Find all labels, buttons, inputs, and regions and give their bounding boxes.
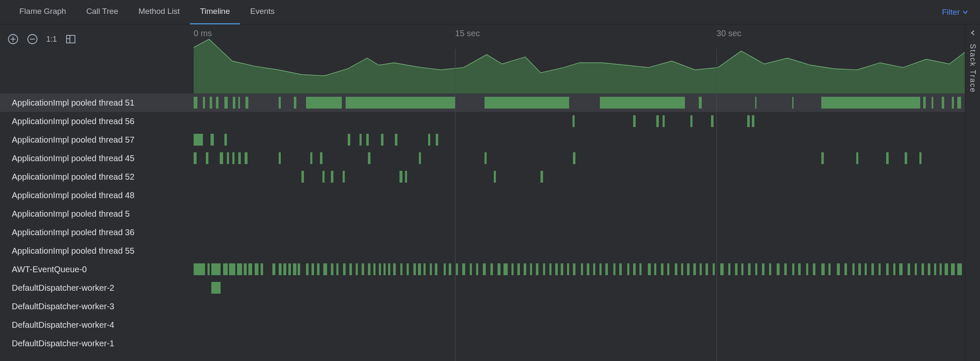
activity-segment[interactable] [871, 263, 873, 275]
activity-segment[interactable] [470, 263, 472, 275]
activity-segment[interactable] [792, 263, 794, 275]
activity-segment[interactable] [952, 97, 954, 109]
activity-segment[interactable] [237, 263, 242, 275]
activity-segment[interactable] [227, 152, 229, 164]
activity-segment[interactable] [388, 263, 390, 275]
activity-segment[interactable] [700, 263, 702, 275]
thread-row[interactable]: DefaultDispatcher-worker-4 [0, 316, 965, 334]
activity-segment[interactable] [942, 97, 944, 109]
activity-segment[interactable] [485, 152, 487, 164]
thread-lane[interactable] [194, 337, 965, 350]
activity-segment[interactable] [777, 263, 780, 275]
activity-segment[interactable] [821, 152, 823, 164]
thread-lane[interactable] [194, 263, 965, 276]
activity-segment[interactable] [752, 115, 754, 127]
activity-segment[interactable] [349, 263, 352, 275]
activity-segment[interactable] [362, 263, 364, 275]
activity-segment[interactable] [813, 263, 815, 275]
activity-segment[interactable] [238, 152, 240, 164]
activity-segment[interactable] [320, 152, 322, 164]
activity-segment[interactable] [428, 134, 430, 146]
thread-lane[interactable] [194, 96, 965, 109]
activity-segment[interactable] [346, 97, 455, 109]
activity-segment[interactable] [681, 263, 683, 275]
thread-row[interactable]: ApplicationImpl pooled thread 51 [0, 93, 965, 112]
activity-segment[interactable] [667, 263, 669, 275]
activity-segment[interactable] [336, 263, 338, 275]
filter-dropdown[interactable]: Filter [942, 8, 980, 17]
activity-segment[interactable] [494, 171, 496, 183]
activity-segment[interactable] [656, 115, 658, 127]
activity-segment[interactable] [549, 263, 551, 275]
activity-segment[interactable] [220, 152, 223, 164]
activity-segment[interactable] [383, 263, 386, 275]
thread-row[interactable]: ApplicationImpl pooled thread 57 [0, 130, 965, 149]
thread-row[interactable]: DefaultDispatcher-worker-2 [0, 279, 965, 297]
activity-segment[interactable] [654, 263, 656, 275]
collapse-panel-button[interactable] [970, 29, 976, 38]
activity-segment[interactable] [957, 263, 962, 275]
activity-segment[interactable] [293, 263, 296, 275]
overview-chart[interactable] [194, 35, 965, 93]
activity-segment[interactable] [661, 263, 663, 275]
activity-segment[interactable] [934, 263, 936, 275]
activity-segment[interactable] [379, 263, 381, 275]
thread-lane[interactable] [194, 151, 965, 165]
activity-segment[interactable] [503, 263, 507, 275]
activity-segment[interactable] [762, 263, 764, 275]
activity-segment[interactable] [932, 97, 933, 109]
activity-segment[interactable] [945, 263, 948, 275]
activity-segment[interactable] [828, 263, 831, 275]
activity-segment[interactable] [483, 263, 486, 275]
activity-segment[interactable] [648, 263, 651, 275]
activity-segment[interactable] [755, 97, 757, 109]
thread-lane[interactable] [194, 244, 965, 257]
activity-segment[interactable] [381, 134, 383, 146]
thread-row[interactable]: ApplicationImpl pooled thread 45 [0, 149, 965, 167]
thread-lane[interactable] [194, 188, 965, 202]
activity-segment[interactable] [893, 263, 895, 275]
activity-segment[interactable] [747, 115, 749, 127]
activity-segment[interactable] [879, 263, 881, 275]
activity-segment[interactable] [693, 263, 695, 275]
activity-segment[interactable] [951, 263, 955, 275]
activity-segment[interactable] [587, 263, 589, 275]
activity-segment[interactable] [899, 263, 902, 275]
activity-segment[interactable] [798, 263, 800, 275]
activity-segment[interactable] [476, 263, 478, 275]
activity-segment[interactable] [957, 97, 961, 109]
activity-segment[interactable] [206, 152, 208, 164]
activity-segment[interactable] [449, 263, 451, 275]
activity-segment[interactable] [490, 263, 493, 275]
activity-segment[interactable] [908, 263, 910, 275]
activity-segment[interactable] [633, 263, 635, 275]
activity-segment[interactable] [639, 263, 642, 275]
activity-segment[interactable] [255, 263, 258, 275]
activity-segment[interactable] [419, 152, 421, 164]
activity-segment[interactable] [279, 263, 282, 275]
activity-segment[interactable] [573, 115, 575, 127]
activity-segment[interactable] [312, 263, 314, 275]
activity-segment[interactable] [517, 263, 519, 275]
activity-segment[interactable] [706, 263, 708, 275]
activity-segment[interactable] [711, 115, 713, 127]
activity-segment[interactable] [536, 263, 538, 275]
activity-segment[interactable] [844, 263, 847, 275]
activity-segment[interactable] [541, 171, 543, 183]
activity-segment[interactable] [852, 263, 855, 275]
activity-segment[interactable] [555, 263, 557, 275]
activity-segment[interactable] [905, 152, 907, 164]
activity-segment[interactable] [279, 97, 281, 109]
activity-segment[interactable] [244, 263, 247, 275]
activity-segment[interactable] [581, 263, 583, 275]
activity-segment[interactable] [735, 263, 737, 275]
activity-segment[interactable] [675, 263, 677, 275]
activity-segment[interactable] [856, 152, 858, 164]
activity-segment[interactable] [393, 263, 395, 275]
activity-segment[interactable] [331, 171, 333, 183]
activity-segment[interactable] [194, 97, 197, 109]
activity-segment[interactable] [573, 152, 575, 164]
zoom-out-button[interactable] [27, 34, 38, 45]
activity-segment[interactable] [238, 97, 240, 109]
thread-lane[interactable] [194, 133, 965, 146]
